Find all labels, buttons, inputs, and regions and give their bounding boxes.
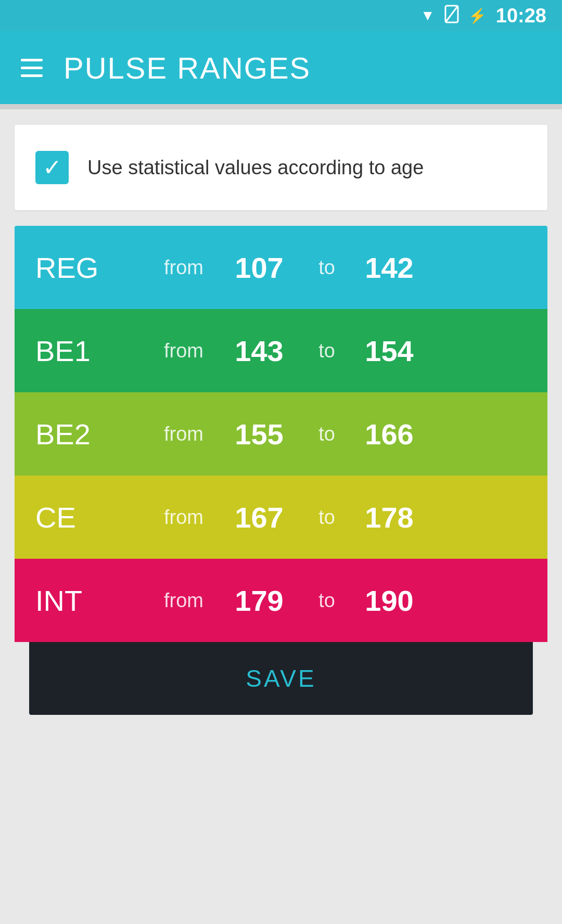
- range-to-value-int: 190: [358, 584, 420, 618]
- range-row-be2[interactable]: BE2 from 155 to 166: [15, 392, 547, 476]
- from-label-be1: from: [150, 340, 218, 362]
- range-from-value-ce: 167: [228, 500, 290, 534]
- save-label: SAVE: [246, 664, 316, 692]
- zone-label-ce: CE: [35, 500, 150, 534]
- top-divider: [0, 104, 562, 109]
- app-bar: PULSE RANGES: [0, 31, 562, 104]
- battery-icon: ⚡: [468, 7, 487, 24]
- range-from-value-reg: 107: [228, 251, 290, 285]
- from-label-ce: from: [150, 506, 218, 529]
- status-bar: ▼ ⚡ 10:28: [0, 0, 562, 31]
- range-row-ce[interactable]: CE from 167 to 178: [15, 476, 547, 559]
- to-label-ce: to: [306, 506, 348, 529]
- from-label-be2: from: [150, 423, 218, 445]
- svg-line-1: [445, 6, 458, 22]
- range-from-value-be1: 143: [228, 334, 290, 368]
- bottom-space: [0, 715, 562, 767]
- to-label-reg: to: [306, 256, 348, 279]
- range-row-reg[interactable]: REG from 107 to 142: [15, 226, 547, 309]
- to-label-int: to: [306, 589, 348, 612]
- from-label-reg: from: [150, 256, 218, 279]
- statistical-values-card: ✓ Use statistical values according to ag…: [15, 125, 547, 210]
- page-title: PULSE RANGES: [63, 50, 311, 85]
- from-label-int: from: [150, 589, 218, 612]
- check-icon: ✓: [43, 156, 62, 179]
- range-from-value-be2: 155: [228, 417, 290, 451]
- range-to-value-be2: 166: [358, 417, 420, 451]
- ranges-container: REG from 107 to 142 BE1 from 143 to 154 …: [15, 226, 547, 715]
- range-row-int[interactable]: INT from 179 to 190: [15, 559, 547, 642]
- status-time: 10:28: [496, 5, 546, 27]
- zone-label-be2: BE2: [35, 417, 150, 451]
- range-row-be1[interactable]: BE1 from 143 to 154: [15, 309, 547, 392]
- statistical-values-checkbox[interactable]: ✓: [35, 151, 69, 184]
- to-label-be2: to: [306, 423, 348, 445]
- menu-button[interactable]: [21, 59, 43, 77]
- to-label-be1: to: [306, 340, 348, 362]
- sim-icon: [444, 5, 459, 27]
- save-button[interactable]: SAVE: [29, 642, 533, 715]
- statistical-values-label: Use statistical values according to age: [87, 157, 424, 179]
- range-from-value-int: 179: [228, 584, 290, 618]
- range-to-value-reg: 142: [358, 251, 420, 285]
- zone-label-reg: REG: [35, 251, 150, 285]
- range-to-value-ce: 178: [358, 500, 420, 534]
- range-to-value-be1: 154: [358, 334, 420, 368]
- zone-label-be1: BE1: [35, 334, 150, 368]
- zone-label-int: INT: [35, 584, 150, 618]
- wifi-icon: ▼: [420, 7, 435, 24]
